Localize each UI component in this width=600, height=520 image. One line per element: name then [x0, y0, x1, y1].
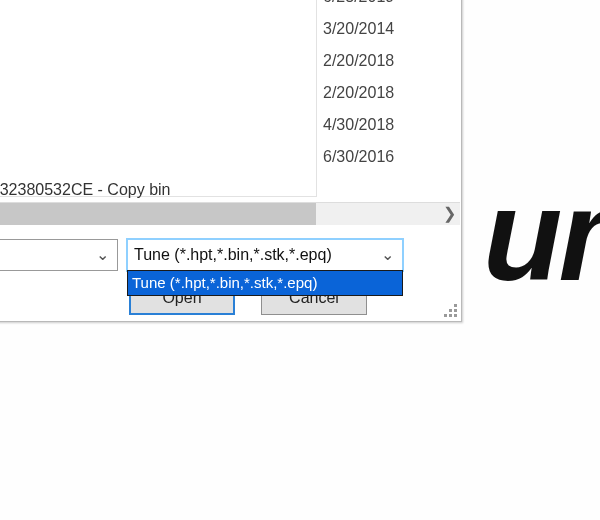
scroll-right-icon[interactable]: ❯: [438, 203, 460, 225]
open-file-dialog: 6/23/2019 3/20/2014 2/20/2018 2/20/2018 …: [0, 0, 462, 322]
chevron-down-icon[interactable]: ⌄: [376, 240, 398, 270]
date-modified-column: 6/23/2019 3/20/2014 2/20/2018 2/20/2018 …: [321, 0, 456, 173]
date-cell: 2/20/2018: [321, 45, 456, 77]
file-list-pane[interactable]: [0, 0, 317, 197]
filename-truncated: 31ul 32380532CE - Copy bin: [0, 179, 320, 201]
file-type-dropdown[interactable]: Tune (*.hpt,*.bin,*.stk,*.epq): [127, 270, 403, 296]
scrollbar-thumb[interactable]: [0, 203, 316, 225]
filename-combobox[interactable]: ⌄: [0, 239, 118, 271]
file-type-selected: Tune (*.hpt,*.bin,*.stk,*.epq): [134, 240, 332, 270]
date-cell: 4/30/2018: [321, 109, 456, 141]
date-cell: 2/20/2018: [321, 77, 456, 109]
chevron-down-icon[interactable]: ⌄: [91, 240, 113, 270]
file-type-combobox[interactable]: Tune (*.hpt,*.bin,*.stk,*.epq) ⌄: [127, 239, 403, 271]
date-cell: 3/20/2014: [321, 13, 456, 45]
date-cell: 6/30/2016: [321, 141, 456, 173]
horizontal-scrollbar[interactable]: ❯: [0, 202, 460, 225]
date-cell: 6/23/2019: [321, 0, 456, 13]
resize-grip-icon[interactable]: [441, 301, 457, 317]
background-word-fragment: um: [483, 160, 600, 310]
file-type-option[interactable]: Tune (*.hpt,*.bin,*.stk,*.epq): [128, 271, 402, 295]
